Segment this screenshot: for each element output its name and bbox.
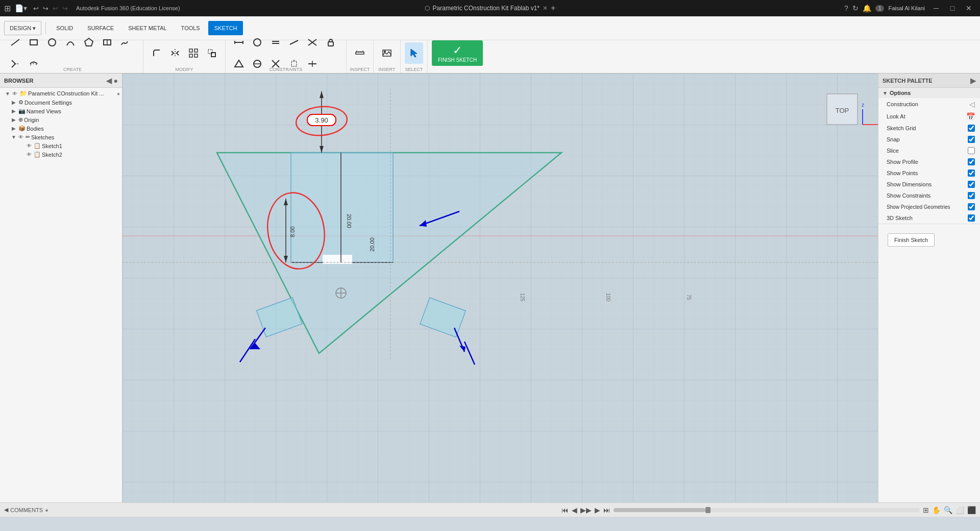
pattern-tool[interactable] xyxy=(184,42,203,64)
show-profile-checkbox[interactable] xyxy=(968,158,975,165)
expand-named-views-icon[interactable]: ▶ xyxy=(10,108,17,114)
timeline-start-icon[interactable]: ⏮ xyxy=(561,506,569,514)
eye-sketch1-icon[interactable]: 👁 xyxy=(27,143,32,149)
project-tool[interactable] xyxy=(203,42,221,64)
redo-btn[interactable]: ↪ xyxy=(43,5,48,12)
canvas-area[interactable]: 3.90 20.00 8.00 xyxy=(122,74,878,502)
sketch-grid-checkbox[interactable] xyxy=(968,125,975,132)
tree-item-sketch1[interactable]: ▶ 👁 📋 Sketch1 xyxy=(0,141,122,150)
tree-item-doc-settings[interactable]: ▶ ⚙ Document Settings xyxy=(0,98,122,107)
coincident-constraint[interactable] xyxy=(303,32,322,53)
slice-checkbox[interactable] xyxy=(968,147,975,154)
eye-sketch2-icon[interactable]: 👁 xyxy=(27,152,32,157)
file-menu-icon[interactable]: 📄▾ xyxy=(15,4,27,12)
tree-item-origin[interactable]: ▶ ⊕ Origin xyxy=(0,115,122,124)
select-tool[interactable] xyxy=(405,42,423,64)
line-tool[interactable] xyxy=(6,32,24,53)
timeline-play-icon[interactable]: ▶▶ xyxy=(580,506,592,514)
tree-item-root[interactable]: ▼ 👁 📁 Parametric COnstruction Kit ... ● xyxy=(0,89,122,98)
spline-tool[interactable] xyxy=(116,32,135,53)
tab-tools[interactable]: TOOLS xyxy=(175,21,206,35)
perpendicular-constraint[interactable] xyxy=(248,32,266,53)
eye-sketches-icon[interactable]: 👁 xyxy=(18,134,23,140)
tree-item-bodies[interactable]: ▶ 📦 Bodies xyxy=(0,124,122,133)
construction-action-icon[interactable]: ◁ xyxy=(969,100,975,108)
undo-btn[interactable]: ↩ xyxy=(33,5,39,12)
timeline-next-icon[interactable]: ▶ xyxy=(595,506,600,514)
folder-icon: 📁 xyxy=(19,90,27,97)
timeline-end-icon[interactable]: ⏭ xyxy=(603,506,610,514)
expand-root-icon[interactable]: ▼ xyxy=(4,91,11,96)
eye-root-icon[interactable]: 👁 xyxy=(12,91,17,96)
polygon-tool[interactable] xyxy=(80,32,98,53)
zoom-tool-icon[interactable]: 🔍 xyxy=(944,506,952,514)
comments-label: COMMENTS xyxy=(10,507,43,513)
fillet-tool[interactable] xyxy=(148,42,166,64)
comments-expand-icon[interactable]: ◀ xyxy=(4,506,8,513)
snap-checkbox[interactable] xyxy=(968,136,975,143)
sketch-grid-label: Sketch Grid xyxy=(887,125,968,131)
redo2-btn[interactable]: ↪ xyxy=(62,5,68,12)
sketches-label: Sketches xyxy=(31,134,120,140)
look-at-icon[interactable]: 📅 xyxy=(966,112,975,120)
maximize-btn[interactable]: □ xyxy=(945,1,960,15)
insert-image-tool[interactable] xyxy=(378,42,396,64)
app-grid-icon[interactable]: ⊞ xyxy=(4,4,11,13)
root-extra-icon[interactable]: ● xyxy=(117,91,120,96)
refresh-icon[interactable]: ↻ xyxy=(852,4,859,12)
rectangle-tool[interactable] xyxy=(24,32,43,53)
palette-options-header[interactable]: ▼ Options xyxy=(878,88,980,98)
sketches-icon: ✏ xyxy=(26,134,30,140)
circle-tool[interactable] xyxy=(43,32,61,53)
equal-constraint[interactable] xyxy=(266,32,285,53)
measure-tool[interactable] xyxy=(351,42,369,64)
palette-title: SKETCH PALETTE xyxy=(883,78,933,84)
browser-expand-icon[interactable]: ● xyxy=(114,77,118,85)
palette-row-show-points: Show Points xyxy=(878,167,980,179)
bottom-toolbar-icons: ⏮ ◀ ▶▶ ▶ ⏭ ⊞ ✋ 🔍 ⬜ ⬛ xyxy=(561,506,976,514)
grid-toggle-icon[interactable]: ⊞ xyxy=(923,506,929,514)
lock-constraint[interactable] xyxy=(322,32,340,53)
finish-sketch-palette-btn[interactable]: Finish Sketch xyxy=(888,233,935,247)
mirror-tool[interactable] xyxy=(166,42,184,64)
show-constraints-checkbox[interactable] xyxy=(968,192,975,199)
add-tab-btn[interactable]: + xyxy=(551,4,555,13)
close-doc-icon[interactable]: ✕ xyxy=(543,5,548,12)
expand-origin-icon[interactable]: ▶ xyxy=(10,117,17,123)
display-mode-icon[interactable]: ⬜ xyxy=(955,506,964,514)
expand-doc-icon[interactable]: ▶ xyxy=(10,100,17,105)
expand-sketches-icon[interactable]: ▼ xyxy=(10,134,17,140)
timeline-prev-icon[interactable]: ◀ xyxy=(572,506,577,514)
layout-icon[interactable]: ⬛ xyxy=(967,506,976,514)
options-label: Options xyxy=(890,90,911,96)
close-btn[interactable]: ✕ xyxy=(962,1,976,15)
arc-tool[interactable] xyxy=(61,32,80,53)
ruler-100: 100 xyxy=(605,293,611,302)
help-icon[interactable]: ? xyxy=(844,4,848,12)
minimize-btn[interactable]: ─ xyxy=(929,1,943,15)
tree-item-named-views[interactable]: ▶ 📷 Named Views xyxy=(0,107,122,115)
show-dimensions-checkbox[interactable] xyxy=(968,181,975,188)
inspect-group: INSPECT xyxy=(347,40,374,73)
expand-bodies-icon[interactable]: ▶ xyxy=(10,126,17,131)
timeline-thumb[interactable] xyxy=(705,507,710,513)
timeline-track[interactable] xyxy=(614,508,920,512)
browser-collapse-icon[interactable]: ◀ xyxy=(106,77,112,85)
svg-rect-44 xyxy=(122,74,878,502)
constraints-group: CONSTRAINTS xyxy=(226,40,347,73)
horizontal-constraint[interactable] xyxy=(230,32,248,53)
tangent-constraint[interactable] xyxy=(285,32,303,53)
tree-item-sketch2[interactable]: ▶ 👁 📋 Sketch2 xyxy=(0,150,122,159)
finish-sketch-toolbar-btn[interactable]: ✓ FINISH SKETCH xyxy=(432,40,483,66)
browser-header-icons: ◀ ● xyxy=(106,77,118,85)
palette-row-snap: Snap xyxy=(878,134,980,145)
3d-sketch-checkbox[interactable] xyxy=(968,214,975,222)
show-points-checkbox[interactable] xyxy=(968,170,975,177)
rectangle2-tool[interactable] xyxy=(98,32,116,53)
tree-item-sketches[interactable]: ▼ 👁 ✏ Sketches xyxy=(0,133,122,141)
palette-collapse-btn[interactable]: ▶ xyxy=(970,77,976,85)
show-projected-checkbox[interactable] xyxy=(968,203,975,210)
undo2-btn[interactable]: ↩ xyxy=(53,5,58,12)
hand-tool-icon[interactable]: ✋ xyxy=(932,506,941,514)
notification-icon[interactable]: 🔔 xyxy=(863,4,871,12)
